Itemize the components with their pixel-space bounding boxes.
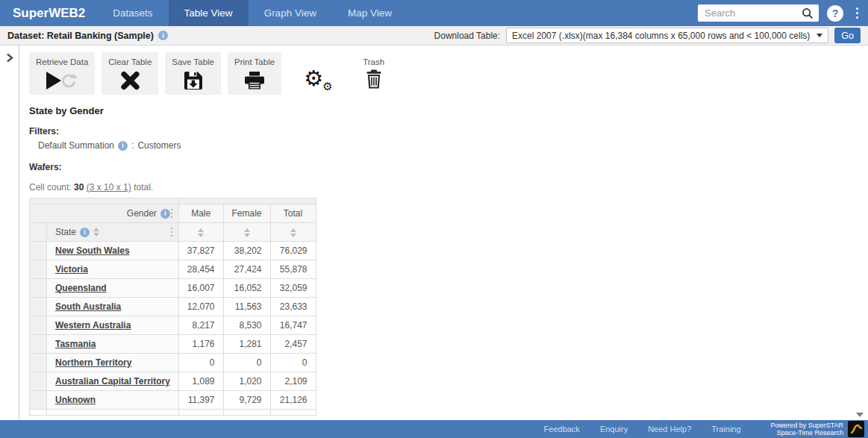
gutter-cell <box>30 298 47 316</box>
column-header-male: Male <box>178 204 223 223</box>
table-row: Unknown 11,397 9,729 21,126 <box>30 391 316 410</box>
filter-info-icon[interactable] <box>118 141 128 151</box>
gutter-cell <box>30 335 47 354</box>
footer-link-enquiry[interactable]: Enquiry <box>600 425 628 434</box>
top-navbar: SuperWEB2 Datasets Table View Graph View… <box>0 0 868 26</box>
table-toolbar: Retrieve Data Clear Table <box>29 52 868 95</box>
save-table-button[interactable]: Save Table <box>165 52 221 95</box>
tab-map-view[interactable]: Map View <box>332 0 408 26</box>
gutter-cell <box>30 372 47 391</box>
cell-count-value: 30 <box>74 182 84 193</box>
table-row: Victoria 28,454 27,424 55,878 <box>30 260 316 279</box>
print-table-button[interactable]: Print Table <box>228 52 281 95</box>
overflow-menu-icon[interactable] <box>852 5 862 22</box>
female-sort-toggle[interactable] <box>244 228 250 237</box>
row-label-link[interactable]: Victoria <box>55 264 88 275</box>
dataset-info-icon[interactable] <box>158 31 168 40</box>
footer-link-training[interactable]: Training <box>711 425 740 434</box>
table-options-button[interactable]: ⚙ ⚙ <box>304 52 331 89</box>
value-cell: 1,089 <box>178 372 223 391</box>
total-sort-toggle[interactable] <box>290 228 296 237</box>
results-table: Gender Male Female Total State <box>29 198 316 416</box>
trash-dropzone[interactable]: Trash <box>363 52 384 89</box>
footer-links: Feedback Enquiry Need Help? Training <box>544 425 741 434</box>
cell-count-line: Cell count: 30 (3 x 10 x 1) total. <box>29 182 868 193</box>
value-cell: 16,747 <box>270 316 316 335</box>
search-icon[interactable] <box>802 7 814 19</box>
male-sort-toggle[interactable] <box>198 228 204 237</box>
download-format-select[interactable]: Excel 2007 (.xlsx)(max 16,384 columns x … <box>506 28 828 43</box>
filter-name: Default Summation <box>38 140 114 151</box>
page-footer: Feedback Enquiry Need Help? Training Pow… <box>0 420 868 438</box>
row-label-link[interactable]: Unknown <box>55 395 96 405</box>
wafers-heading: Wafers: <box>29 162 868 172</box>
dataset-bar: Dataset: Retail Banking (Sample) Downloa… <box>0 26 868 46</box>
filter-separator: : <box>131 140 134 151</box>
help-button[interactable]: ? <box>827 5 843 22</box>
cell-count-label: Cell count: <box>29 182 72 193</box>
cell-count-link[interactable]: (3 x 10 x 1) <box>87 182 131 193</box>
value-cell: 38,202 <box>223 242 270 260</box>
table-row: New South Wales 37,827 38,202 76,029 <box>30 242 316 260</box>
total-sort-cell <box>270 223 316 242</box>
search-input[interactable] <box>703 7 802 19</box>
row-dimension-row: State <box>30 223 316 242</box>
navbar-right: ? <box>698 0 868 26</box>
row-label-link[interactable]: Australian Capital Territory <box>55 376 170 387</box>
row-label-link[interactable]: New South Wales <box>55 245 130 256</box>
filter-value: Customers <box>137 140 181 151</box>
gear-small-icon: ⚙ <box>322 81 332 92</box>
clear-table-button[interactable]: Clear Table <box>102 52 158 95</box>
row-label-link[interactable]: Northern Territory <box>55 357 131 368</box>
value-cell: 8,217 <box>178 316 223 335</box>
gutter-cell <box>30 354 47 372</box>
row-label-link[interactable]: Tasmania <box>55 339 96 349</box>
app-logo: SuperWEB2 <box>0 0 97 26</box>
table-row: Northern Territory 0 0 0 <box>30 354 316 372</box>
female-sort-cell <box>223 223 270 242</box>
column-dimension-label: Gender <box>127 208 157 219</box>
tab-datasets[interactable]: Datasets <box>97 0 168 26</box>
gender-menu-icon[interactable] <box>169 208 175 219</box>
male-sort-cell <box>178 223 223 242</box>
state-menu-icon[interactable] <box>169 227 175 237</box>
scrollbar-down-arrow[interactable] <box>856 413 864 417</box>
value-cell: 21,126 <box>270 391 316 410</box>
retrieve-data-button[interactable]: Retrieve Data <box>29 52 95 95</box>
printer-icon <box>244 71 265 90</box>
row-label-link[interactable]: Queensland <box>55 283 107 293</box>
value-cell: 2,109 <box>270 372 316 391</box>
clipped-row <box>30 410 316 416</box>
search-box[interactable] <box>698 4 819 22</box>
gutter-cell <box>30 316 47 335</box>
row-label-link[interactable]: South Australia <box>55 301 121 312</box>
value-cell: 0 <box>270 354 316 372</box>
x-icon <box>120 71 140 90</box>
footer-link-feedback[interactable]: Feedback <box>544 425 580 434</box>
value-cell: 11,563 <box>223 298 270 316</box>
go-button[interactable]: Go <box>834 28 861 43</box>
value-cell: 0 <box>223 354 270 372</box>
footer-link-need-help[interactable]: Need Help? <box>648 425 691 434</box>
gutter-cell <box>30 279 47 298</box>
chevron-down-icon <box>817 34 822 37</box>
gutter-cell <box>30 260 47 279</box>
row-label-link[interactable]: Western Australia <box>55 320 131 331</box>
state-sort-toggle[interactable] <box>93 228 99 237</box>
value-cell: 27,424 <box>223 260 270 279</box>
gear-icon: ⚙ <box>304 66 323 91</box>
table-view-content: Retrieve Data Clear Table <box>19 46 868 421</box>
gutter-cell <box>30 223 47 242</box>
tab-table-view[interactable]: Table View <box>169 0 249 26</box>
value-cell: 2,457 <box>270 335 316 354</box>
chevron-right-icon[interactable] <box>6 52 13 65</box>
tab-graph-view[interactable]: Graph View <box>249 0 332 26</box>
powered-line2: Space-Time Research <box>771 429 843 437</box>
value-cell: 1,281 <box>223 335 270 354</box>
value-cell: 8,530 <box>223 316 270 335</box>
state-info-icon[interactable] <box>80 228 90 237</box>
column-header-female: Female <box>223 204 270 223</box>
table-row: Tasmania 1,176 1,281 2,457 <box>30 335 316 354</box>
sidebar-expand-strip[interactable] <box>0 46 19 421</box>
gutter-cell <box>30 391 47 410</box>
